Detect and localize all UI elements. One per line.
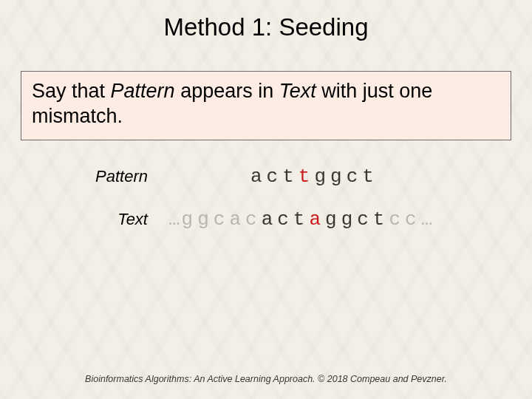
text-label: Text <box>0 210 168 229</box>
ellipsis-icon: … <box>168 208 182 231</box>
callout-box: Say that Pattern appears in Text with ju… <box>21 71 511 140</box>
seq-seg: ggcac <box>182 208 262 231</box>
callout-text-word: Text <box>279 80 316 102</box>
pattern-sequence: acttggct <box>168 166 378 188</box>
ellipsis-icon: … <box>421 208 434 231</box>
seq-seg: ggct <box>314 166 378 188</box>
seq-seg: act <box>262 208 310 231</box>
seq-seg: cc <box>389 208 420 231</box>
callout-text-prefix: Say that <box>32 80 111 102</box>
seq-seg: ggct <box>325 208 389 231</box>
seq-seg: a <box>309 208 325 231</box>
callout-text-mid: appears in <box>175 80 279 102</box>
seq-seg: act <box>250 166 299 188</box>
pattern-label: Pattern <box>0 167 168 186</box>
text-row: Text …ggcacactaggctcc… <box>0 208 532 231</box>
slide-title: Method 1: Seeding <box>0 0 532 50</box>
text-sequence: …ggcacactaggctcc… <box>168 208 434 231</box>
pattern-row: Pattern acttggct <box>0 166 532 188</box>
sequence-rows: Pattern acttggct Text …ggcacactaggctcc… <box>0 166 532 231</box>
footer-attribution: Bioinformatics Algorithms: An Active Lea… <box>0 374 532 384</box>
callout-pattern-word: Pattern <box>111 80 175 102</box>
seq-seg: t <box>299 166 315 188</box>
